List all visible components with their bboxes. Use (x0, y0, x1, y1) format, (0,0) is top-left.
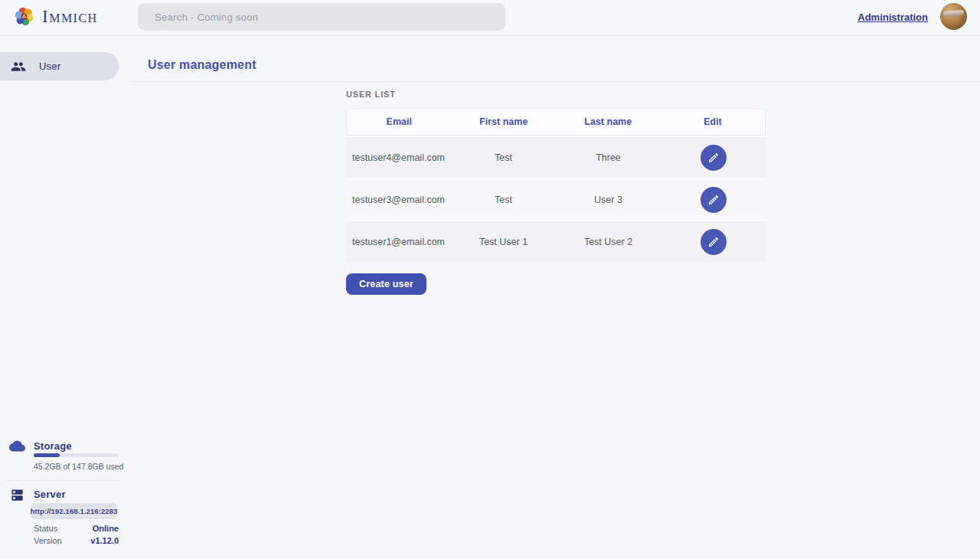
server-status-value: Online (93, 524, 119, 533)
cell-last-name: Three (556, 137, 661, 178)
sidebar-divider (8, 480, 119, 481)
table-row: testuser4@email.com Test Three (346, 136, 766, 178)
edit-user-button[interactable] (701, 145, 727, 171)
server-status-row: Status Online (34, 524, 119, 533)
cell-email: testuser4@email.com (346, 137, 451, 178)
edit-user-button[interactable] (701, 187, 727, 213)
table-row: testuser1@email.com Test User 1 Test Use… (346, 220, 766, 262)
cell-email: testuser1@email.com (346, 221, 451, 262)
server-version-label: Version (34, 536, 62, 545)
server-status-label: Status (34, 524, 57, 533)
cell-last-name: User 3 (556, 179, 661, 220)
pencil-icon (707, 236, 720, 248)
server-dns-icon (10, 488, 24, 502)
storage-progress-bar (34, 453, 119, 457)
user-list-label: USER LIST (346, 90, 396, 99)
cloud-icon (9, 438, 25, 454)
column-header-last-name: Last name (556, 109, 661, 135)
cell-first-name: Test User 1 (451, 221, 556, 262)
pencil-icon (707, 194, 720, 206)
edit-user-button[interactable] (701, 229, 727, 255)
user-avatar[interactable] (940, 3, 967, 30)
cell-email: testuser3@email.com (346, 179, 451, 220)
page-title: User management (148, 58, 256, 72)
server-version-value: v1.12.0 (90, 536, 119, 545)
server-url-badge: http://192.168.1.216:2283 (31, 503, 117, 519)
cell-last-name: Test User 2 (556, 221, 661, 262)
immich-admin-page: Immich Administration User Storage 45.2G… (0, 0, 980, 559)
storage-usage-text: 45.2GB of 147.8GB used (34, 462, 123, 471)
column-header-email: Email (347, 109, 452, 135)
cell-first-name: Test (451, 179, 556, 220)
sidebar-item-user[interactable]: User (0, 52, 119, 80)
users-group-icon (11, 59, 26, 74)
cell-first-name: Test (451, 137, 556, 178)
immich-logo[interactable]: Immich (12, 5, 98, 28)
pencil-icon (707, 152, 720, 164)
table-row: testuser3@email.com Test User 3 (346, 178, 766, 220)
column-header-edit: Edit (661, 109, 766, 135)
server-title: Server (34, 489, 66, 500)
top-header: Immich Administration (0, 0, 980, 36)
storage-title: Storage (34, 440, 72, 452)
administration-link[interactable]: Administration (858, 11, 928, 23)
immich-flower-icon (12, 5, 36, 28)
column-header-first-name: First name (452, 109, 557, 135)
brand-wordmark: Immich (42, 7, 98, 27)
search-input[interactable] (138, 3, 505, 31)
user-table: Email First name Last name Edit testuser… (346, 108, 766, 262)
storage-progress-fill (34, 453, 60, 457)
sidebar-item-user-label: User (39, 60, 60, 72)
title-divider (130, 81, 980, 82)
create-user-button[interactable]: Create user (346, 273, 426, 295)
table-header-row: Email First name Last name Edit (346, 108, 766, 136)
server-version-row: Version v1.12.0 (34, 536, 119, 545)
